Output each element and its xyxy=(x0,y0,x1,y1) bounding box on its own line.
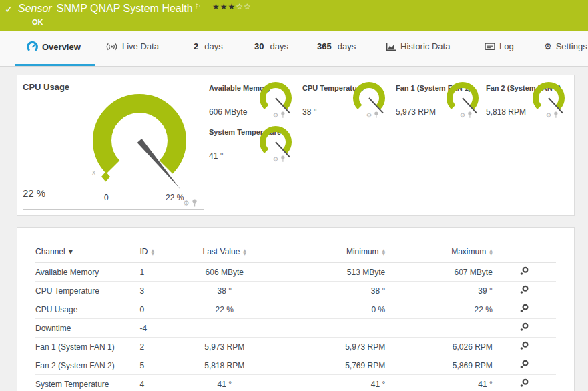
tab-30-days-word: days xyxy=(270,41,288,51)
channel-minimum: 38 ° xyxy=(267,282,386,300)
tab-2-days[interactable]: 2days xyxy=(194,41,223,51)
tab-settings[interactable]: ⚙ Settings xyxy=(544,41,587,51)
sort-icon: ▲▼ xyxy=(489,248,493,255)
tab-2-days-number: 2 xyxy=(194,41,198,51)
channel-last-value xyxy=(182,319,267,338)
cpu-usage-gauge xyxy=(76,77,203,204)
gear-icon[interactable]: ⚙ xyxy=(273,155,278,161)
table-row[interactable]: System Temperature 4 41 ° 41 ° 41 ° xyxy=(35,375,556,391)
gauge-actions: ⚙ xyxy=(273,155,286,162)
pin-icon[interactable] xyxy=(467,111,473,118)
channel-last-value: 5,973 RPM xyxy=(182,338,267,356)
sort-icon: ▲▼ xyxy=(243,248,246,255)
channel-name[interactable]: Fan 1 (System FAN 1) xyxy=(35,338,139,356)
gauge-actions: ⚙ xyxy=(273,111,286,118)
live-data-icon xyxy=(105,42,118,51)
column-header-label: Last Value xyxy=(203,247,240,256)
column-header-id[interactable]: ID▲▼ xyxy=(139,241,182,263)
channel-settings-icon[interactable] xyxy=(519,322,529,334)
tab-historic-data[interactable]: Historic Data xyxy=(386,41,450,51)
primary-gauge-title: CPU Usage xyxy=(23,82,69,92)
column-header-minimum[interactable]: Minimum▲▼ xyxy=(267,241,386,263)
table-row[interactable]: Downtime -4 xyxy=(35,319,556,338)
gear-icon[interactable]: ⚙ xyxy=(546,111,551,117)
pin-icon[interactable] xyxy=(280,155,286,162)
gauge-cell-value: 38 ° xyxy=(302,107,316,117)
channel-id: 3 xyxy=(139,282,182,300)
status-badge: OK xyxy=(32,18,43,26)
table-row[interactable]: Fan 1 (System FAN 1) 2 5,973 RPM 5,973 R… xyxy=(35,338,556,356)
channel-maximum: 6,026 RPM xyxy=(385,338,493,356)
priority-stars[interactable]: ★★★☆☆ xyxy=(212,2,252,11)
table-header-row: Channel▼ ID▲▼ Last Value▲▼ Minimum▲▼ Max… xyxy=(35,241,556,263)
channel-name[interactable]: Available Memory xyxy=(35,263,139,282)
gear-icon[interactable]: ⚙ xyxy=(183,200,190,207)
channels-table: Channel▼ ID▲▼ Last Value▲▼ Minimum▲▼ Max… xyxy=(35,241,556,391)
channel-settings-icon[interactable] xyxy=(519,341,529,352)
table-row[interactable]: CPU Usage 0 22 % 0 % 22 % xyxy=(35,300,556,319)
channel-last-value: 606 MByte xyxy=(182,263,267,282)
tab-30-days-number: 30 xyxy=(254,41,264,51)
gauge-cell-system-temperature: System Temperature 41 ° ⚙ xyxy=(208,126,298,165)
sort-desc-icon: ▼ xyxy=(69,249,73,255)
channel-minimum: 41 ° xyxy=(267,375,386,391)
channel-name[interactable]: CPU Usage xyxy=(35,300,139,319)
pin-icon[interactable] xyxy=(374,111,379,118)
tab-log[interactable]: Log xyxy=(485,41,514,51)
channel-settings-icon[interactable] xyxy=(519,285,529,296)
divider xyxy=(23,209,204,210)
gear-icon: ⚙ xyxy=(544,41,552,51)
log-icon xyxy=(485,42,495,51)
channel-last-value: 41 ° xyxy=(182,375,267,391)
stars-filled: ★★★ xyxy=(212,2,236,11)
channel-settings-icon[interactable] xyxy=(519,266,529,278)
gauge-cell-cpu-temperature: CPU Temperature 38 ° ⚙ xyxy=(301,82,391,121)
channel-name[interactable]: Fan 2 (System FAN 2) xyxy=(35,356,139,375)
gear-icon[interactable]: ⚙ xyxy=(273,111,278,117)
tab-30-days[interactable]: 30days xyxy=(254,41,288,51)
gauge-actions: ⚙ xyxy=(183,199,198,207)
flag-icon[interactable]: ⚐ xyxy=(195,3,201,10)
channel-last-value: 22 % xyxy=(182,300,267,319)
channel-settings-icon[interactable] xyxy=(519,304,529,315)
column-header-channel[interactable]: Channel▼ xyxy=(35,241,139,263)
gear-icon[interactable]: ⚙ xyxy=(366,111,372,117)
table-row[interactable]: Fan 2 (System FAN 2) 5 5,818 RPM 5,769 R… xyxy=(35,356,556,375)
tab-historic-data-label: Historic Data xyxy=(400,41,450,51)
column-header-settings xyxy=(493,241,556,263)
gauge-cell-available-memory: Available Memory 606 MByte ⚙ xyxy=(208,82,298,121)
gauge-actions: ⚙ xyxy=(460,111,473,118)
channel-name[interactable]: System Temperature xyxy=(35,375,139,391)
channel-id: 2 xyxy=(139,338,182,356)
column-header-last-value[interactable]: Last Value▲▼ xyxy=(182,241,267,263)
pin-icon[interactable] xyxy=(280,111,286,118)
stars-empty: ☆☆ xyxy=(236,2,252,11)
tab-bar: Overview Live Data 2days 30days 365days … xyxy=(0,31,588,67)
channel-maximum: 22 % xyxy=(385,300,493,319)
pin-icon[interactable] xyxy=(192,199,198,207)
channel-settings-icon[interactable] xyxy=(519,360,529,371)
channel-minimum: 5,973 RPM xyxy=(267,338,386,356)
gear-icon[interactable]: ⚙ xyxy=(460,111,465,117)
channel-settings-icon[interactable] xyxy=(519,378,529,390)
channel-id: -4 xyxy=(139,319,182,338)
active-tab-underline xyxy=(15,64,95,66)
sort-icon: ▲▼ xyxy=(382,248,386,255)
pin-icon[interactable] xyxy=(553,111,559,118)
channel-maximum: 607 MByte xyxy=(385,263,493,282)
tab-365-days[interactable]: 365days xyxy=(317,41,356,51)
tab-log-label: Log xyxy=(499,41,514,51)
tab-365-days-number: 365 xyxy=(317,41,332,51)
channels-panel: Channel▼ ID▲▼ Last Value▲▼ Minimum▲▼ Max… xyxy=(17,227,575,391)
channel-name[interactable]: CPU Temperature xyxy=(35,282,139,300)
channel-last-value: 5,818 RPM xyxy=(182,356,267,375)
column-header-maximum[interactable]: Maximum▲▼ xyxy=(385,241,493,263)
tab-settings-label: Settings xyxy=(556,41,587,51)
channel-id: 1 xyxy=(139,263,182,282)
tab-overview[interactable]: Overview xyxy=(27,41,81,52)
channel-name[interactable]: Downtime xyxy=(35,319,139,338)
table-row[interactable]: Available Memory 1 606 MByte 513 MByte 6… xyxy=(35,263,556,282)
tab-live-data[interactable]: Live Data xyxy=(105,41,159,51)
column-header-label: Channel xyxy=(35,247,65,256)
table-row[interactable]: CPU Temperature 3 38 ° 38 ° 39 ° xyxy=(35,282,556,300)
